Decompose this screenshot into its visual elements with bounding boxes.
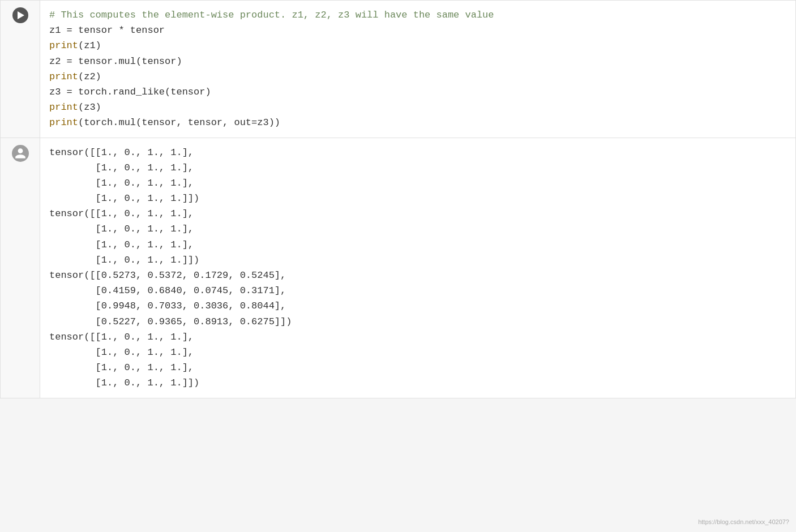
- code-line-1: z1 = tensor * tensor: [49, 23, 786, 38]
- code-line-3: z2 = tensor.mul(tensor): [49, 54, 786, 69]
- code-line-6: print(z3): [49, 100, 786, 115]
- code-line-5: z3 = torch.rand_like(tensor): [49, 84, 786, 100]
- avatar: [12, 145, 29, 162]
- output-line-9: tensor([[0.5273, 0.5372, 0.1729, 0.5245]…: [49, 268, 786, 283]
- output-line-13: tensor([[1., 0., 1., 1.],: [49, 329, 786, 345]
- output-line-5: tensor([[1., 0., 1., 1.],: [49, 206, 786, 221]
- run-button[interactable]: [12, 7, 28, 23]
- output-line-11: [0.9948, 0.7033, 0.3036, 0.8044],: [49, 298, 786, 314]
- code-line-4: print(z2): [49, 69, 786, 84]
- output-line-12: [0.5227, 0.9365, 0.8913, 0.6275]]): [49, 314, 786, 329]
- notebook-container: # This computes the element-wise product…: [0, 0, 796, 532]
- watermark: https://blog.csdn.net/xxx_40207?: [698, 518, 789, 525]
- output-line-10: [0.4159, 0.6840, 0.0745, 0.3171],: [49, 283, 786, 298]
- output-line-8: [1., 0., 1., 1.]]): [49, 252, 786, 268]
- code-cell: # This computes the element-wise product…: [0, 0, 796, 138]
- output-line-14: [1., 0., 1., 1.],: [49, 345, 786, 360]
- output-line-2: [1., 0., 1., 1.],: [49, 160, 786, 175]
- output-line-3: [1., 0., 1., 1.],: [49, 175, 786, 191]
- output-line-6: [1., 0., 1., 1.],: [49, 221, 786, 237]
- code-line-7: print(torch.mul(tensor, tensor, out=z3)): [49, 115, 786, 130]
- output-line-1: tensor([[1., 0., 1., 1.],: [49, 145, 786, 160]
- output-cell-gutter: [1, 138, 40, 398]
- output-line-15: [1., 0., 1., 1.],: [49, 360, 786, 375]
- code-line-2: print(z1): [49, 38, 786, 53]
- output-cell: tensor([[1., 0., 1., 1.], [1., 0., 1., 1…: [0, 138, 796, 398]
- output-cell-content: tensor([[1., 0., 1., 1.], [1., 0., 1., 1…: [40, 138, 795, 398]
- output-line-7: [1., 0., 1., 1.],: [49, 237, 786, 252]
- code-line-comment: # This computes the element-wise product…: [49, 7, 786, 23]
- output-line-4: [1., 0., 1., 1.]]): [49, 191, 786, 206]
- code-cell-content: # This computes the element-wise product…: [40, 1, 795, 138]
- output-line-16: [1., 0., 1., 1.]]): [49, 375, 786, 391]
- code-cell-gutter: [1, 1, 40, 138]
- user-icon: [14, 147, 27, 160]
